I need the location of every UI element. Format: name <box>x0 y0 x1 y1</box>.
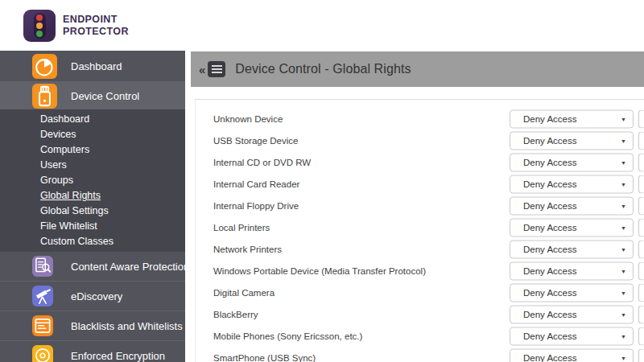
access-select[interactable]: Deny Access▼ <box>510 175 634 193</box>
access-select-clipped[interactable] <box>638 240 644 258</box>
submenu-item-global-settings[interactable]: Global Settings <box>0 204 185 219</box>
access-select-clipped[interactable] <box>638 283 644 302</box>
submenu-item-global-rights[interactable]: Global Rights <box>0 188 185 204</box>
access-select-value: Deny Access <box>523 158 576 167</box>
access-select[interactable]: Deny Access▼ <box>510 261 634 280</box>
sidebar-item-device-control[interactable]: Device Control <box>0 82 185 109</box>
list-window-icon <box>32 315 71 336</box>
device-row: Network PrintersDeny Access▼ <box>196 238 644 260</box>
access-select-clipped[interactable] <box>638 348 644 362</box>
device-name-label: SmartPhone (USB Sync) <box>213 353 316 362</box>
access-select-value: Deny Access <box>523 114 576 124</box>
submenu-item-custom-classes[interactable]: Custom Classes <box>0 234 185 249</box>
device-row: SmartPhone (USB Sync)Deny Access▼ <box>196 347 644 362</box>
amber-light-dot <box>36 23 43 29</box>
chevron-down-icon: ▼ <box>621 333 626 339</box>
page-header: « Device Control - Global Rights <box>191 51 644 87</box>
submenu-item-users[interactable]: Users <box>0 158 185 173</box>
device-row: USB Storage DeviceDeny Access▼ <box>196 130 644 151</box>
access-select-clipped[interactable] <box>638 175 644 193</box>
access-select-clipped[interactable] <box>638 131 644 150</box>
device-name-label: USB Storage Device <box>213 136 298 146</box>
chevron-down-icon: ▼ <box>621 116 626 121</box>
global-rights-panel: Unknown DeviceDeny Access▼USB Storage De… <box>195 99 644 362</box>
device-name-label: Windows Portable Device (Media Transfer … <box>213 266 426 276</box>
sidebar-item-label: eDiscovery <box>71 290 122 302</box>
access-select-value: Deny Access <box>523 245 576 254</box>
device-row: Digital CameraDeny Access▼ <box>196 282 644 303</box>
access-select[interactable]: Deny Access▼ <box>510 109 634 128</box>
telescope-icon <box>32 286 71 306</box>
chevron-down-icon: ▼ <box>621 181 626 187</box>
document-scan-icon <box>32 256 71 277</box>
logo[interactable]: ENDPOINT PROTECTOR <box>0 0 185 51</box>
access-select-value: Deny Access <box>523 201 576 211</box>
sidebar-item-label: Dashboard <box>71 60 122 72</box>
chevron-down-icon: ▼ <box>621 268 626 274</box>
access-select[interactable]: Deny Access▼ <box>510 131 634 150</box>
access-select[interactable]: Deny Access▼ <box>510 218 634 237</box>
access-select-clipped[interactable] <box>638 261 644 280</box>
submenu-item-computers[interactable]: Computers <box>0 142 185 158</box>
device-row: Internal Card ReaderDeny Access▼ <box>196 173 644 195</box>
menu-list-icon <box>208 61 225 77</box>
access-select[interactable]: Deny Access▼ <box>510 240 634 258</box>
traffic-light-pill <box>34 13 46 39</box>
chevron-down-icon: ▼ <box>621 203 626 208</box>
sidebar-item-ediscovery[interactable]: eDiscovery <box>0 282 185 311</box>
chevron-down-icon: ▼ <box>621 311 626 317</box>
submenu-item-groups[interactable]: Groups <box>0 173 185 188</box>
access-select-clipped[interactable] <box>638 218 644 237</box>
chevron-down-icon: ▼ <box>621 138 626 143</box>
device-row: Internal CD or DVD RWDeny Access▼ <box>196 151 644 173</box>
device-name-label: Internal CD or DVD RW <box>213 158 311 167</box>
access-select[interactable]: Deny Access▼ <box>510 327 634 345</box>
submenu-item-dashboard[interactable]: Dashboard <box>0 112 185 127</box>
device-row: BlackBerryDeny Access▼ <box>196 303 644 325</box>
chevron-down-icon: ▼ <box>621 246 626 252</box>
device-row: Internal Floppy DriveDeny Access▼ <box>196 195 644 216</box>
access-select-value: Deny Access <box>523 223 576 232</box>
green-light-dot <box>36 31 43 37</box>
chevron-down-icon: ▼ <box>621 159 626 165</box>
sidebar-item-enforced-encryption[interactable]: Enforced Encryption <box>0 341 185 362</box>
access-select-value: Deny Access <box>523 266 576 276</box>
device-name-label: Mobile Phones (Sony Ericsson, etc.) <box>213 331 362 341</box>
device-row: Mobile Phones (Sony Ericsson, etc.)Deny … <box>196 325 644 347</box>
access-select[interactable]: Deny Access▼ <box>510 283 634 302</box>
access-select-value: Deny Access <box>523 288 576 298</box>
device-control-submenu: DashboardDevicesComputersUsersGroupsGlob… <box>0 109 185 252</box>
access-select-clipped[interactable] <box>638 196 644 215</box>
access-select-clipped[interactable] <box>638 109 644 128</box>
device-name-label: Unknown Device <box>213 114 283 124</box>
submenu-item-file-whitelist[interactable]: File Whitelist <box>0 219 185 234</box>
access-select-clipped[interactable] <box>638 153 644 171</box>
device-name-label: Digital Camera <box>213 288 275 298</box>
sidebar-item-content-aware-protection[interactable]: Content Aware Protection <box>0 252 185 282</box>
access-select[interactable]: Deny Access▼ <box>510 196 634 215</box>
chevron-down-icon: ▼ <box>621 290 626 295</box>
brand-line2: PROTECTOR <box>63 26 129 38</box>
access-select[interactable]: Deny Access▼ <box>510 153 634 171</box>
device-row: Local PrintersDeny Access▼ <box>196 216 644 238</box>
traffic-light-logo-icon <box>23 10 56 42</box>
access-select[interactable]: Deny Access▼ <box>510 305 634 323</box>
sidebar-item-blacklists-and-whitelists[interactable]: Blacklists and Whitelists <box>0 311 185 341</box>
device-name-label: Internal Floppy Drive <box>213 201 299 211</box>
access-select-value: Deny Access <box>523 310 576 319</box>
access-select[interactable]: Deny Access▼ <box>510 348 634 362</box>
red-light-dot <box>36 14 43 21</box>
device-name-label: Internal Card Reader <box>213 179 299 189</box>
sidebar-item-label: Blacklists and Whitelists <box>71 320 183 332</box>
access-select-clipped[interactable] <box>638 327 644 345</box>
access-select-value: Deny Access <box>523 331 576 341</box>
sidebar-item-dashboard[interactable]: Dashboard <box>0 51 185 82</box>
access-select-clipped[interactable] <box>638 305 644 323</box>
page-title: Device Control - Global Rights <box>235 62 411 76</box>
sidebar: DashboardDevice ControlDashboardDevicesC… <box>0 51 185 362</box>
access-select-value: Deny Access <box>523 353 576 362</box>
submenu-item-devices[interactable]: Devices <box>0 127 185 142</box>
usb-device-icon <box>32 84 71 109</box>
sidebar-item-label: Content Aware Protection <box>71 261 189 273</box>
collapse-sidebar-button[interactable]: « <box>199 63 205 76</box>
